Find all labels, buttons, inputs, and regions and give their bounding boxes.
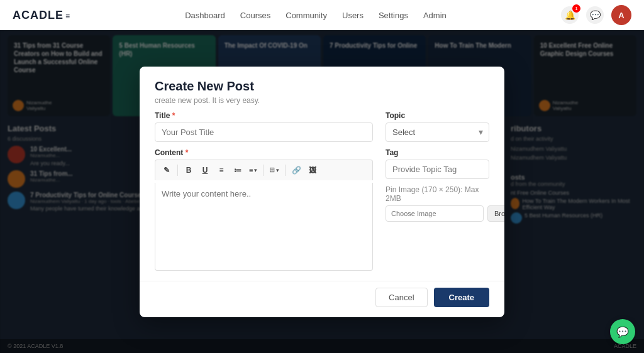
tag-input[interactable]: [386, 160, 489, 179]
modal-overlay: Create New Post create new post. It is v…: [0, 30, 644, 353]
navbar-icons: 🔔 1 💬 A: [561, 5, 631, 25]
topic-label: Topic: [386, 111, 489, 120]
nav-users[interactable]: Users: [342, 11, 364, 20]
user-avatar[interactable]: A: [611, 5, 631, 25]
toolbar-divider-1: [177, 165, 178, 176]
notification-bell-icon[interactable]: 🔔 1: [561, 6, 579, 24]
content-label: Content *: [155, 148, 373, 157]
navbar: ACADLE≡ Dashboard Courses Community User…: [0, 0, 644, 30]
pin-image-row: Browse: [386, 205, 489, 222]
brand-icon: ≡: [65, 12, 70, 21]
brand-name: ACADLE: [13, 9, 64, 21]
modal-body: Title * Content * ✎ B U ≡ ≔: [140, 111, 504, 281]
content-textarea[interactable]: [155, 183, 373, 271]
topic-select-wrapper: Select: [386, 122, 489, 142]
toolbar-divider-3: [285, 165, 286, 176]
topic-group: Topic Select: [386, 111, 489, 142]
create-button[interactable]: Create: [434, 288, 489, 307]
pin-image-label: Pin Image (170 × 250): Max 2MB: [386, 185, 489, 203]
content-group: Content * ✎ B U ≡ ≔ ≡ ▾ ⊞ ▾ 🔗: [155, 148, 373, 271]
tag-group: Tag: [386, 148, 489, 179]
link-btn[interactable]: 🔗: [289, 163, 304, 178]
topic-select[interactable]: Select: [386, 122, 489, 142]
title-group: Title *: [155, 111, 373, 142]
modal-header: Create New Post create new post. It is v…: [140, 67, 504, 111]
nav-courses[interactable]: Courses: [240, 11, 270, 20]
create-post-modal: Create New Post create new post. It is v…: [140, 67, 504, 317]
nav-links: Dashboard Courses Community Users Settin…: [185, 10, 447, 20]
content-toolbar: ✎ B U ≡ ≔ ≡ ▾ ⊞ ▾ 🔗 🖼: [155, 160, 373, 180]
image-insert-btn[interactable]: 🖼: [305, 163, 320, 178]
title-label: Title *: [155, 111, 373, 120]
nav-admin[interactable]: Admin: [423, 11, 447, 20]
toolbar-divider-2: [263, 165, 264, 176]
modal-title: Create New Post: [155, 79, 489, 94]
underline-toolbar-btn[interactable]: U: [197, 163, 213, 178]
modal-subtitle: create new post. It is very easy.: [155, 96, 489, 105]
modal-left: Title * Content * ✎ B U ≡ ≔: [155, 111, 373, 271]
browse-button[interactable]: Browse: [487, 205, 504, 222]
tag-label: Tag: [386, 148, 489, 157]
nav-settings[interactable]: Settings: [379, 11, 408, 20]
chat-icon[interactable]: 💬: [586, 6, 604, 24]
notification-badge: 1: [572, 4, 580, 13]
nav-dashboard[interactable]: Dashboard: [185, 11, 225, 20]
title-input[interactable]: [155, 122, 373, 142]
chat-bubble[interactable]: 💬: [610, 319, 635, 344]
modal-right: Topic Select Tag Pin Image (170 × 250):: [386, 111, 489, 271]
pen-toolbar-btn[interactable]: ✎: [159, 163, 174, 178]
pin-image-input[interactable]: [386, 205, 484, 222]
pin-image-group: Pin Image (170 × 250): Max 2MB Browse: [386, 185, 489, 222]
chat-bubble-icon: 💬: [616, 326, 629, 338]
numbered-list-btn[interactable]: ≔: [230, 163, 245, 178]
brand-logo[interactable]: ACADLE≡: [13, 9, 70, 22]
bullet-list-btn[interactable]: ≡: [214, 163, 229, 178]
cancel-button[interactable]: Cancel: [375, 288, 427, 307]
table-dropdown[interactable]: ⊞ ▾: [267, 165, 282, 175]
align-dropdown[interactable]: ≡ ▾: [247, 165, 260, 175]
modal-footer: Cancel Create: [140, 281, 504, 317]
nav-community[interactable]: Community: [286, 11, 327, 20]
bold-toolbar-btn[interactable]: B: [181, 163, 196, 178]
